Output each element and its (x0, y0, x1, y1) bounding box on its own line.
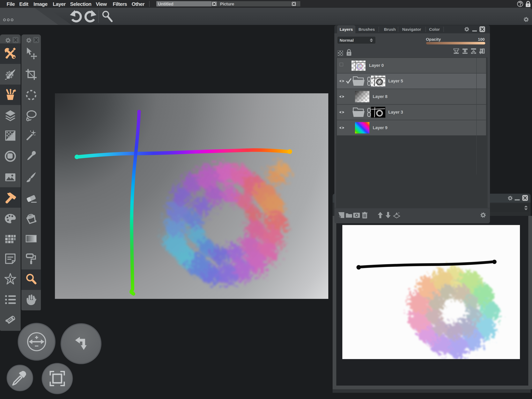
svg-text:1: 1 (9, 277, 12, 283)
